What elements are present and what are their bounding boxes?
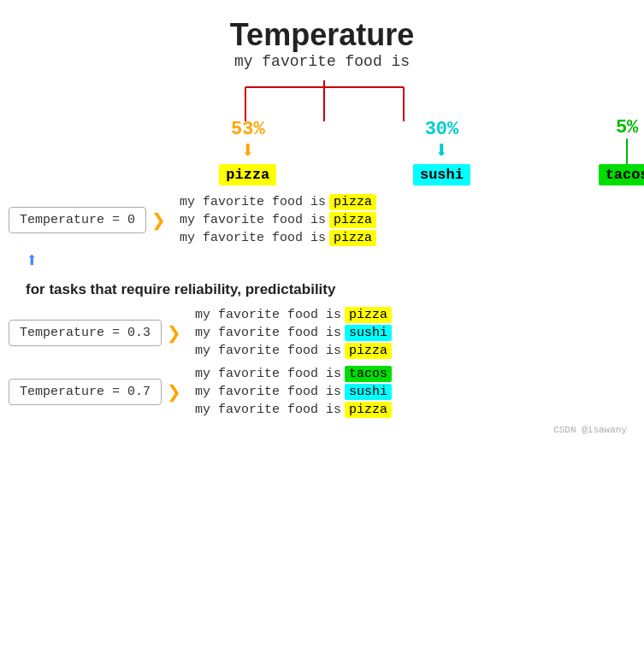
- temp-box-2: Temperature = 0.7: [9, 379, 162, 405]
- results-col-1: my favorite food is pizzamy favorite foo…: [195, 307, 392, 359]
- result-row-2-1: my favorite food is sushi: [195, 384, 392, 400]
- result-row-0-0: my favorite food is pizza: [180, 194, 376, 210]
- tacos-label: tacos: [599, 164, 644, 185]
- result-highlight-2-0: tacos: [345, 366, 392, 382]
- pizza-arrow-icon: ⬇: [240, 140, 255, 164]
- chevron-icon-1: ❯: [167, 319, 181, 348]
- sections-container: Temperature = 0❯my favorite food is pizz…: [9, 194, 635, 418]
- results-col-0: my favorite food is pizzamy favorite foo…: [180, 194, 376, 246]
- temp-box-1: Temperature = 0.3: [9, 320, 162, 346]
- result-text-2-0: my favorite food is: [195, 367, 341, 381]
- chevron-icon-0: ❯: [151, 206, 166, 235]
- tacos-line: [626, 138, 628, 164]
- diagram: 53% ⬇ pizza 30% ⬇ sushi 5% tacos: [9, 79, 635, 185]
- chevron-icon-2: ❯: [167, 378, 181, 407]
- pizza-item: 53% ⬇ pizza: [219, 119, 276, 185]
- result-row-1-1: my favorite food is sushi: [195, 325, 392, 341]
- result-text-0-0: my favorite food is: [180, 195, 326, 209]
- watermark: CSDN @isawany: [9, 425, 635, 435]
- result-text-0-2: my favorite food is: [180, 231, 326, 245]
- sushi-arrow-icon: ⬇: [434, 140, 449, 164]
- result-text-1-2: my favorite food is: [195, 344, 341, 358]
- result-row-2-2: my favorite food is pizza: [195, 402, 392, 418]
- section-0: Temperature = 0❯my favorite food is pizz…: [9, 194, 635, 298]
- subtitle: my favorite food is: [9, 53, 635, 70]
- result-highlight-0-0: pizza: [329, 194, 376, 210]
- result-highlight-0-2: pizza: [329, 230, 376, 246]
- reliability-note-0: for tasks that require reliability, pred…: [26, 281, 635, 298]
- result-text-2-2: my favorite food is: [195, 403, 341, 417]
- section-2: Temperature = 0.7❯my favorite food is ta…: [9, 366, 635, 418]
- tacos-item: 5% tacos: [599, 117, 644, 185]
- main-title: Temperature: [9, 17, 635, 53]
- result-highlight-0-1: pizza: [329, 212, 376, 228]
- result-highlight-1-1: sushi: [345, 325, 392, 341]
- temp-row-0: Temperature = 0❯my favorite food is pizz…: [9, 194, 635, 246]
- blue-up-arrow-icon-0: ⬆: [26, 248, 38, 273]
- temp-box-0: Temperature = 0: [9, 207, 146, 233]
- section-1: Temperature = 0.3❯my favorite food is pi…: [9, 307, 635, 359]
- sushi-percent: 30%: [425, 119, 459, 140]
- sushi-item: 30% ⬇ sushi: [413, 119, 470, 185]
- result-row-1-2: my favorite food is pizza: [195, 343, 392, 359]
- sushi-label: sushi: [413, 164, 470, 185]
- result-text-0-1: my favorite food is: [180, 213, 326, 227]
- result-text-2-1: my favorite food is: [195, 385, 341, 399]
- result-row-0-1: my favorite food is pizza: [180, 212, 376, 228]
- result-highlight-1-0: pizza: [345, 307, 392, 323]
- result-row-2-0: my favorite food is tacos: [195, 366, 392, 382]
- result-highlight-1-2: pizza: [345, 343, 392, 359]
- pizza-label: pizza: [219, 164, 276, 185]
- result-text-1-1: my favorite food is: [195, 326, 341, 340]
- page: Temperature my favorite food is: [0, 0, 644, 452]
- result-row-1-0: my favorite food is pizza: [195, 307, 392, 323]
- result-highlight-2-2: pizza: [345, 402, 392, 418]
- pizza-percent: 53%: [231, 119, 265, 140]
- result-text-1-0: my favorite food is: [195, 308, 341, 322]
- title-section: Temperature my favorite food is: [9, 17, 635, 70]
- results-col-2: my favorite food is tacosmy favorite foo…: [195, 366, 392, 418]
- result-row-0-2: my favorite food is pizza: [180, 230, 376, 246]
- result-highlight-2-1: sushi: [345, 384, 392, 400]
- temp-row-2: Temperature = 0.7❯my favorite food is ta…: [9, 366, 635, 418]
- temp-row-1: Temperature = 0.3❯my favorite food is pi…: [9, 307, 635, 359]
- tacos-percent: 5%: [616, 117, 638, 138]
- up-arrow-row-0: ⬆: [26, 248, 635, 273]
